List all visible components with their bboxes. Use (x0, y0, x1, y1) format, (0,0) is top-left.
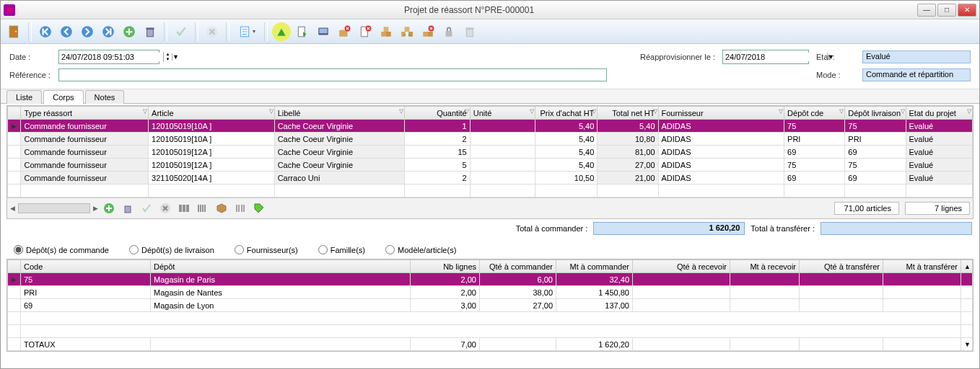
nav-first-icon[interactable] (36, 22, 55, 41)
total-cmd-label: Total à commander : (516, 224, 588, 233)
validate-icon[interactable] (172, 22, 191, 41)
scroll-right-icon[interactable]: ▶ (93, 205, 98, 212)
nav-next-icon[interactable] (78, 22, 97, 41)
titlebar: Projet de réassort N°PRE-000001 — □ ✕ (1, 1, 979, 19)
cancel-icon[interactable] (203, 22, 222, 41)
lines-count: 7 lignes (905, 202, 970, 215)
col2-qrec[interactable]: Qté à recevoir (633, 260, 730, 273)
h-scrollbar[interactable] (18, 203, 90, 213)
trash-icon[interactable] (460, 22, 479, 41)
terminal-icon[interactable] (314, 22, 333, 41)
grid-row-selector-header[interactable] (8, 107, 21, 120)
add-row-icon[interactable] (101, 200, 117, 216)
tag-icon[interactable] (251, 200, 267, 216)
col-article[interactable]: Article▽ (149, 107, 275, 120)
col-prix[interactable]: Prix d'achat HT▽ (535, 107, 598, 120)
grid2-scroll-down[interactable]: ▼ (961, 338, 973, 351)
nav-last-icon[interactable] (99, 22, 118, 41)
table-row[interactable]: Commande fournisseur120105019[12A ]Cache… (8, 159, 973, 172)
cube-icon[interactable] (214, 200, 229, 216)
doc-cancel-icon[interactable] (356, 22, 375, 41)
table-row[interactable]: 69Magasin de Lyon3,0027,00137,00 (8, 299, 973, 312)
barcode3-icon[interactable] (232, 200, 248, 216)
col-libelle[interactable]: Libellé▽ (274, 107, 405, 120)
boxes-split-icon[interactable] (398, 22, 416, 41)
col2-qcmd[interactable]: Qté à commander (480, 260, 556, 273)
table-row[interactable]: 75Magasin de Paris2,006,0032,40 (8, 273, 973, 286)
col-depot-cde[interactable]: Dépôt cde▽ (784, 107, 845, 120)
add-icon[interactable] (120, 22, 139, 41)
minimize-button[interactable]: — (917, 4, 936, 17)
evaluate-icon[interactable] (272, 22, 291, 41)
radio-modele[interactable]: Modèle/article(s) (385, 245, 456, 254)
col-total[interactable]: Total net HT▽ (598, 107, 658, 120)
svg-rect-17 (339, 30, 347, 36)
main-grid: Type réassort▽ Article▽ Libellé▽ Quantit… (6, 105, 974, 219)
date-label: Date : (9, 53, 51, 61)
boxes-cancel-icon[interactable] (419, 22, 437, 41)
grid2-totals-label: TOTAUX (21, 338, 151, 351)
delete-row-icon[interactable] (120, 200, 136, 216)
col2-depot[interactable]: Dépôt (151, 260, 411, 273)
tab-liste[interactable]: Liste (6, 90, 42, 104)
col2-nb[interactable]: Nb lignes (411, 260, 480, 273)
col2-mtr[interactable]: Mt à transférer (883, 260, 961, 273)
col2-mrec[interactable]: Mt à recevoir (730, 260, 800, 273)
table-row[interactable]: PRIMagasin de Nantes2,0038,001 450,80 (8, 286, 973, 299)
lock-icon[interactable] (439, 22, 458, 41)
col2-code[interactable]: Code (21, 260, 151, 273)
col2-mcmd[interactable]: Mt à commander (556, 260, 633, 273)
validate-row-icon[interactable] (139, 200, 154, 216)
svg-rect-16 (319, 28, 327, 33)
col-qte[interactable]: Quantité▽ (405, 107, 470, 120)
col-fourn[interactable]: Fournisseur▽ (658, 107, 784, 120)
date-field[interactable] (59, 53, 163, 61)
reapprov-field[interactable] (723, 53, 827, 61)
filter-icon[interactable]: ▽ (143, 108, 147, 115)
scroll-left-icon[interactable]: ◀ (10, 205, 15, 212)
col-type[interactable]: Type réassort▽ (21, 107, 149, 120)
grid2-totals-row: TOTAUX 7,00 1 620,20 ▼ (8, 338, 973, 351)
radio-depot-cde[interactable]: Dépôt(s) de commande (14, 245, 109, 254)
grid2-scroll-up[interactable]: ▲ (961, 260, 973, 273)
col-etat[interactable]: Etat du projet▽ (906, 107, 973, 120)
date-spin-down[interactable]: ▼ (163, 57, 172, 62)
ref-label: Référence : (9, 71, 51, 79)
ref-input[interactable] (58, 68, 607, 81)
table-row[interactable]: Commande fournisseur321105020[14A ]Carra… (8, 172, 973, 184)
door-exit-icon[interactable] (5, 22, 24, 41)
tab-corps[interactable]: Corps (43, 90, 83, 104)
svg-rect-21 (381, 32, 386, 37)
close-button[interactable]: ✕ (958, 4, 976, 17)
svg-rect-1 (15, 30, 17, 32)
date-input[interactable]: ▲▼ ▼ (58, 50, 159, 64)
grid2-row-selector-header[interactable] (8, 260, 21, 273)
reapprov-input[interactable]: ▼ (722, 50, 809, 64)
document-menu-icon[interactable] (234, 22, 260, 41)
date-dropdown-icon[interactable]: ▼ (172, 53, 179, 61)
col2-qtr[interactable]: Qté à transférer (800, 260, 883, 273)
tab-notes[interactable]: Notes (85, 90, 125, 104)
svg-rect-24 (401, 32, 406, 37)
barcode2-icon[interactable] (195, 200, 211, 216)
box-cancel-icon[interactable] (335, 22, 354, 41)
svg-rect-30 (446, 30, 452, 36)
delete-icon[interactable] (141, 22, 159, 41)
boxes-icon[interactable] (377, 22, 395, 41)
col-depot-liv[interactable]: Dépôt livraison▽ (845, 107, 906, 120)
cancel-row-icon[interactable] (157, 200, 173, 216)
doc-arrow-icon[interactable] (293, 22, 312, 41)
nav-prev-icon[interactable] (57, 22, 76, 41)
maximize-button[interactable]: □ (937, 4, 956, 17)
date-spin-up[interactable]: ▲ (163, 52, 172, 57)
table-row[interactable]: Commande fournisseur120105019[12A ]Cache… (8, 146, 973, 159)
table-row[interactable]: Commande fournisseur120105019[10A ]Cache… (8, 120, 973, 133)
svg-rect-25 (408, 32, 413, 37)
col-unite[interactable]: Unité▽ (470, 107, 535, 120)
radio-depot-liv[interactable]: Dépôt(s) de livraison (129, 245, 214, 254)
radio-fournisseur[interactable]: Fournisseur(s) (235, 245, 298, 254)
svg-rect-7 (147, 29, 154, 36)
radio-famille[interactable]: Famille(s) (318, 245, 365, 254)
table-row[interactable]: Commande fournisseur120105019[10A ]Cache… (8, 133, 973, 146)
barcode1-icon[interactable] (176, 200, 192, 216)
